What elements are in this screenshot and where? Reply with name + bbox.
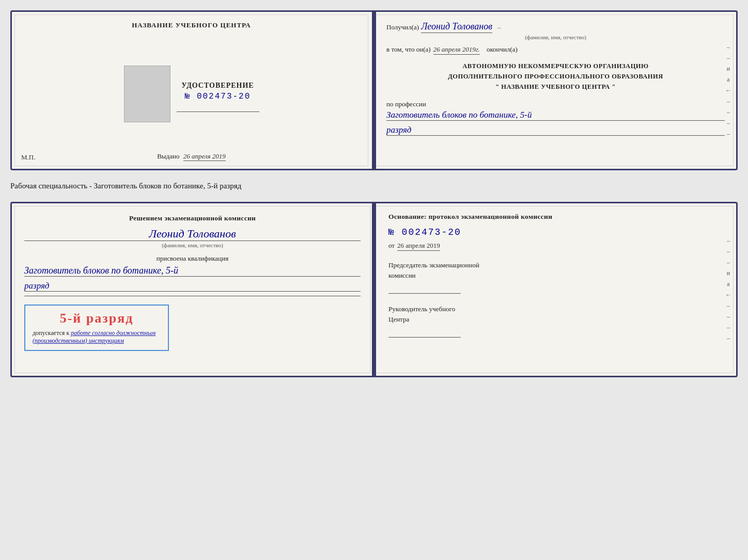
side-dash-2: –	[727, 54, 730, 62]
stamp-razryad-text: 5-й разряд	[33, 311, 161, 326]
poluchil-prefix: Получил(а)	[386, 23, 419, 31]
protocol-number: № 002473-20	[388, 227, 725, 237]
dopuskaetsya-italic2: (производственным) инструкциям	[33, 337, 124, 344]
top-document-card: НАЗВАНИЕ УЧЕБНОГО ЦЕНТРА УДОСТОВЕРЕНИЕ №…	[10, 10, 738, 170]
predsedatel-line1: Председатель экзаменационной	[388, 261, 479, 269]
side-arrow-b: ←	[725, 291, 731, 299]
udostoverenie-block: УДОСТОВЕРЕНИЕ № 002473-20	[177, 82, 259, 112]
vtom-prefix: в том, что он(а)	[386, 45, 431, 54]
fio-sub-bottom: (фамилия, имя, отчество)	[24, 242, 361, 248]
side-dash-b5: –	[727, 313, 730, 321]
vtom-date: 26 апреля 2019г.	[433, 45, 480, 55]
side-dash-b6: –	[727, 324, 730, 331]
mp-label: М.П.	[21, 153, 35, 162]
okончил-label: окончил(а)	[487, 45, 518, 54]
side-dash-1: –	[727, 43, 730, 51]
side-dash-6: –	[727, 130, 730, 138]
side-а: а	[727, 76, 729, 84]
org-line1: АВТОНОМНУЮ НЕКОММЕРЧЕСКУЮ ОРГАНИЗАЦИЮ	[386, 61, 725, 71]
profession-name-top: Заготовитель блоков по ботанике, 5-й	[386, 110, 725, 121]
side-text-col-bottom: – – – и а ← – – – –	[724, 203, 733, 376]
po-professii-block: по профессии Заготовитель блоков по бота…	[386, 99, 725, 136]
person-name-top: Леонид Толованов	[421, 21, 492, 33]
bottom-left-half: Решением экзаменационной комиссии Леонид…	[12, 203, 373, 376]
side-dash-b4: –	[727, 302, 730, 310]
udostoverenie-label: УДОСТОВЕРЕНИЕ	[177, 82, 259, 90]
rukovoditel-block: Руководитель учебного Центра	[388, 304, 725, 338]
predsedatel-line2: комиссии	[388, 271, 416, 279]
razryad-top: разряд	[386, 125, 725, 136]
org-block: АВТОНОМНУЮ НЕКОММЕРЧЕСКУЮ ОРГАНИЗАЦИЮ ДО…	[386, 61, 725, 92]
side-dash-b2: –	[727, 248, 730, 255]
side-и: и	[727, 65, 730, 73]
predsedatel-label: Председатель экзаменационной комиссии	[388, 260, 725, 280]
side-text-col: – – и а ← – – – –	[724, 12, 733, 169]
predsedatel-sign-line	[388, 284, 461, 294]
fio-subtitle-top: (фамилия, имя, отчество)	[386, 34, 725, 40]
photo-placeholder	[124, 66, 170, 122]
udostoverenie-number: № 002473-20	[177, 92, 259, 101]
qualification-name: Заготовитель блоков по ботанике, 5-й	[24, 265, 361, 277]
dopuskaetsya-prefix: допускается к	[33, 329, 69, 337]
rukovoditel-sign-line	[388, 328, 461, 338]
ot-line: от 26 апреля 2019	[388, 242, 725, 251]
ot-date: 26 апреля 2019	[397, 242, 440, 251]
side-и-b: и	[727, 269, 730, 277]
side-dash-4: –	[727, 108, 730, 116]
vydano-label: Выдано	[157, 152, 179, 160]
rukovoditel-line2: Центра	[388, 315, 409, 323]
top-left-half: НАЗВАНИЕ УЧЕБНОГО ЦЕНТРА УДОСТОВЕРЕНИЕ №…	[12, 12, 371, 169]
side-arrow: ←	[725, 87, 731, 94]
ot-prefix: от	[388, 242, 395, 250]
side-dash-5: –	[727, 119, 730, 127]
poluchil-line: Получил(а) Леонид Толованов –	[386, 21, 725, 33]
prisvoena-label: присвоена квалификация	[24, 254, 361, 263]
side-dash-b3: –	[727, 259, 730, 266]
po-professii-label: по профессии	[386, 100, 426, 108]
person-name-bottom: Леонид Толованов	[24, 227, 361, 241]
predsedatel-block: Председатель экзаменационной комиссии	[388, 260, 725, 294]
resheniem-line: Решением экзаменационной комиссии	[24, 213, 361, 224]
page-wrapper: НАЗВАНИЕ УЧЕБНОГО ЦЕНТРА УДОСТОВЕРЕНИЕ №…	[10, 10, 738, 377]
specialty-label: Рабочая специальность - Заготовитель бло…	[10, 180, 738, 193]
bottom-right-half: Основание: протокол экзаменационной коми…	[373, 203, 736, 376]
dopuskaetsya-italic1: работе согласно должностным	[71, 329, 155, 337]
rukovoditel-label: Руководитель учебного Центра	[388, 304, 725, 324]
osnovanie-title: Основание: протокол экзаменационной коми…	[388, 213, 725, 221]
side-dash-b1: –	[727, 237, 730, 245]
stamp-box: 5-й разряд допускается к работе согласно…	[24, 305, 169, 351]
vydano-line: Выдано 26 апреля 2019	[157, 152, 226, 161]
stamp-dopuskaetsya: допускается к работе согласно должностны…	[33, 329, 161, 345]
razryad-bottom: разряд	[24, 281, 361, 292]
side-dash-b7: –	[727, 334, 730, 342]
top-right-half: Получил(а) Леонид Толованов – (фамилия, …	[371, 12, 736, 169]
rukovoditel-line1: Руководитель учебного	[388, 305, 455, 313]
vtom-line: в том, что он(а) 26 апреля 2019г. окончи…	[386, 45, 725, 55]
side-dash-3: –	[727, 98, 730, 105]
top-left-center-title: НАЗВАНИЕ УЧЕБНОГО ЦЕНТРА	[132, 21, 251, 29]
bottom-document-card: Решением экзаменационной комиссии Леонид…	[10, 202, 738, 377]
org-line2: ДОПОЛНИТЕЛЬНОГО ПРОФЕССИОНАЛЬНОГО ОБРАЗО…	[386, 71, 725, 82]
side-а-b: а	[727, 280, 729, 288]
vydano-date: 26 апреля 2019	[183, 152, 226, 161]
org-line3: " НАЗВАНИЕ УЧЕБНОГО ЦЕНТРА "	[386, 82, 725, 92]
